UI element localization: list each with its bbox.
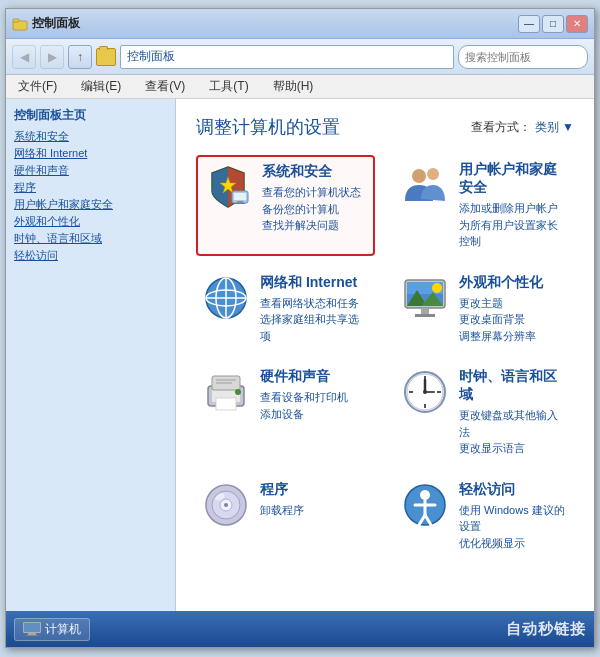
users-link-0[interactable]: 添加或删除用户帐户 bbox=[459, 200, 568, 217]
programs-title[interactable]: 程序 bbox=[260, 481, 369, 499]
clock-link-0[interactable]: 更改键盘或其他输入法 bbox=[459, 407, 568, 440]
taskbar-right: 自动秒链接 bbox=[506, 620, 586, 639]
hardware-link-0[interactable]: 查看设备和打印机 bbox=[260, 389, 369, 406]
menu-help[interactable]: 帮助(H) bbox=[269, 76, 318, 97]
view-mode-label: 查看方式： bbox=[471, 119, 531, 136]
appearance-link-2[interactable]: 调整屏幕分辨率 bbox=[459, 328, 568, 345]
hardware-title[interactable]: 硬件和声音 bbox=[260, 368, 369, 386]
sidebar-link-5[interactable]: 用户帐户和家庭安全 bbox=[14, 196, 167, 213]
panel-header: 调整计算机的设置 查看方式： 类别 ▼ bbox=[196, 115, 574, 139]
svg-rect-6 bbox=[235, 203, 245, 204]
security-title[interactable]: 系统和安全 bbox=[262, 163, 367, 181]
view-mode: 查看方式： 类别 ▼ bbox=[471, 119, 574, 136]
cp-item-hardware[interactable]: 硬件和声音 查看设备和打印机 添加设备 bbox=[196, 362, 375, 463]
svg-rect-1 bbox=[13, 19, 19, 22]
appearance-link-0[interactable]: 更改主题 bbox=[459, 295, 568, 312]
svg-point-28 bbox=[235, 389, 241, 395]
watermark: 自动秒链接 bbox=[506, 620, 586, 639]
svg-rect-52 bbox=[26, 635, 38, 636]
taskbar: 计算机 自动秒链接 bbox=[6, 611, 594, 647]
svg-point-7 bbox=[412, 169, 426, 183]
svg-point-37 bbox=[423, 390, 427, 394]
clock-text: 时钟、语言和区域 更改键盘或其他输入法 更改显示语言 bbox=[459, 368, 568, 457]
network-icon bbox=[202, 274, 250, 322]
menu-file[interactable]: 文件(F) bbox=[14, 76, 61, 97]
users-title[interactable]: 用户帐户和家庭安全 bbox=[459, 161, 568, 197]
main-window: 控制面板 — □ ✕ ◀ ▶ ↑ 控制面板 🔍 文件(F) 编辑(E) 查看(V… bbox=[5, 8, 595, 648]
titlebar-left: 控制面板 bbox=[12, 15, 80, 32]
programs-text: 程序 卸载程序 bbox=[260, 481, 369, 519]
close-button[interactable]: ✕ bbox=[566, 15, 588, 33]
svg-point-41 bbox=[224, 503, 228, 507]
cp-item-programs[interactable]: 程序 卸载程序 bbox=[196, 475, 375, 558]
navbar: ◀ ▶ ↑ 控制面板 🔍 bbox=[6, 39, 594, 75]
sidebar-link-8[interactable]: 轻松访问 bbox=[14, 247, 167, 264]
menu-edit[interactable]: 编辑(E) bbox=[77, 76, 125, 97]
main-panel: 调整计算机的设置 查看方式： 类别 ▼ bbox=[176, 99, 594, 611]
svg-rect-20 bbox=[421, 308, 429, 314]
sidebar-link-4[interactable]: 程序 bbox=[14, 179, 167, 196]
items-grid: 系统和安全 查看您的计算机状态 备份您的计算机 查找并解决问题 bbox=[196, 155, 574, 557]
users-text: 用户帐户和家庭安全 添加或删除用户帐户 为所有用户设置家长控制 bbox=[459, 161, 568, 250]
cp-item-access[interactable]: 轻松访问 使用 Windows 建议的设置 优化视频显示 bbox=[395, 475, 574, 558]
sidebar-link-3[interactable]: 硬件和声音 bbox=[14, 162, 167, 179]
forward-button[interactable]: ▶ bbox=[40, 45, 64, 69]
svg-rect-26 bbox=[216, 382, 232, 384]
security-link-2[interactable]: 查找并解决问题 bbox=[262, 217, 367, 234]
breadcrumb-bar: 控制面板 bbox=[120, 45, 454, 69]
menubar: 文件(F) 编辑(E) 查看(V) 工具(T) 帮助(H) bbox=[6, 75, 594, 99]
security-link-0[interactable]: 查看您的计算机状态 bbox=[262, 184, 367, 201]
folder-icon bbox=[96, 48, 116, 66]
taskbar-item-computer[interactable]: 计算机 bbox=[14, 618, 90, 641]
svg-rect-5 bbox=[237, 201, 243, 203]
access-link-1[interactable]: 优化视频显示 bbox=[459, 535, 568, 552]
appearance-title[interactable]: 外观和个性化 bbox=[459, 274, 568, 292]
taskbar-left: 计算机 bbox=[14, 618, 90, 641]
sidebar-link-7[interactable]: 时钟、语言和区域 bbox=[14, 230, 167, 247]
hardware-text: 硬件和声音 查看设备和打印机 添加设备 bbox=[260, 368, 369, 422]
network-title[interactable]: 网络和 Internet bbox=[260, 274, 369, 292]
minimize-button[interactable]: — bbox=[518, 15, 540, 33]
clock-icon bbox=[401, 368, 449, 416]
programs-icon bbox=[202, 481, 250, 529]
programs-link-0[interactable]: 卸载程序 bbox=[260, 502, 369, 519]
panel-title: 调整计算机的设置 bbox=[196, 115, 340, 139]
sidebar-link-2[interactable]: 网络和 Internet bbox=[14, 145, 167, 162]
cp-item-network[interactable]: 网络和 Internet 查看网络状态和任务 选择家庭组和共享选项 bbox=[196, 268, 375, 351]
appearance-link-1[interactable]: 更改桌面背景 bbox=[459, 311, 568, 328]
security-text: 系统和安全 查看您的计算机状态 备份您的计算机 查找并解决问题 bbox=[262, 163, 367, 234]
sidebar-link-1[interactable]: 系统和安全 bbox=[14, 128, 167, 145]
clock-link-1[interactable]: 更改显示语言 bbox=[459, 440, 568, 457]
view-mode-dropdown[interactable]: 类别 ▼ bbox=[535, 119, 574, 136]
hardware-link-1[interactable]: 添加设备 bbox=[260, 406, 369, 423]
svg-rect-25 bbox=[216, 379, 236, 381]
security-link-1[interactable]: 备份您的计算机 bbox=[262, 201, 367, 218]
network-text: 网络和 Internet 查看网络状态和任务 选择家庭组和共享选项 bbox=[260, 274, 369, 345]
taskbar-computer-label: 计算机 bbox=[45, 621, 81, 638]
users-link-1[interactable]: 为所有用户设置家长控制 bbox=[459, 217, 568, 250]
cp-item-users[interactable]: 用户帐户和家庭安全 添加或删除用户帐户 为所有用户设置家长控制 bbox=[395, 155, 574, 256]
svg-rect-27 bbox=[216, 398, 236, 410]
cp-item-security[interactable]: 系统和安全 查看您的计算机状态 备份您的计算机 查找并解决问题 bbox=[196, 155, 375, 256]
svg-rect-51 bbox=[28, 633, 36, 635]
maximize-button[interactable]: □ bbox=[542, 15, 564, 33]
sidebar-section-tasks: 控制面板主页 系统和安全 网络和 Internet 硬件和声音 程序 用户帐户和… bbox=[14, 107, 167, 264]
menu-tools[interactable]: 工具(T) bbox=[205, 76, 252, 97]
back-button[interactable]: ◀ bbox=[12, 45, 36, 69]
cp-item-appearance[interactable]: 外观和个性化 更改主题 更改桌面背景 调整屏幕分辨率 bbox=[395, 268, 574, 351]
network-link-1[interactable]: 选择家庭组和共享选项 bbox=[260, 311, 369, 344]
titlebar-buttons: — □ ✕ bbox=[518, 15, 588, 33]
search-input[interactable] bbox=[465, 51, 600, 63]
cp-item-clock[interactable]: 时钟、语言和区域 更改键盘或其他输入法 更改显示语言 bbox=[395, 362, 574, 463]
titlebar-title: 控制面板 bbox=[32, 15, 80, 32]
svg-point-19 bbox=[432, 283, 442, 293]
network-link-0[interactable]: 查看网络状态和任务 bbox=[260, 295, 369, 312]
window-icon bbox=[12, 16, 28, 32]
sidebar-link-6[interactable]: 外观和个性化 bbox=[14, 213, 167, 230]
access-title[interactable]: 轻松访问 bbox=[459, 481, 568, 499]
sidebar: 控制面板主页 系统和安全 网络和 Internet 硬件和声音 程序 用户帐户和… bbox=[6, 99, 176, 611]
up-button[interactable]: ↑ bbox=[68, 45, 92, 69]
access-link-0[interactable]: 使用 Windows 建议的设置 bbox=[459, 502, 568, 535]
clock-title[interactable]: 时钟、语言和区域 bbox=[459, 368, 568, 404]
menu-view[interactable]: 查看(V) bbox=[141, 76, 189, 97]
